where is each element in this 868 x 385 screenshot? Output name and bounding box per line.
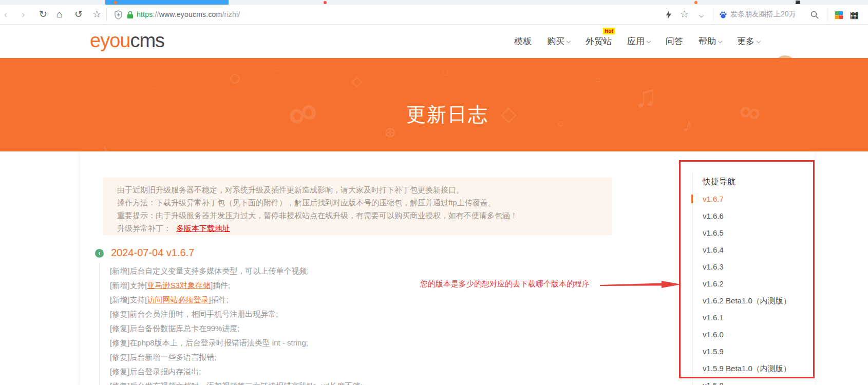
version-link-v161[interactable]: v1.6.1 <box>703 309 791 326</box>
annotation-text: 您的版本是多少的想对应的去下载哪个版本的程序 <box>420 279 590 289</box>
decor-planet-icon: ○ <box>229 66 241 90</box>
changelog-item: [修复]在php8版本上，后台登录时报错语法类型 int - string; <box>110 336 363 350</box>
changelog-item: [新增]支持[亚马逊S3对象存储]插件; <box>110 278 363 293</box>
version-link-v159[interactable]: v1.5.9 <box>703 343 791 360</box>
nav-item-foreign-trade[interactable]: 外贸站Hot <box>586 35 612 47</box>
changelog-item: [修复]前台会员注册时，相同手机号注册出现异常; <box>110 307 363 321</box>
changelog-item: [修复]后台备份数据库总卡在99%进度; <box>110 321 363 336</box>
site-header: eyoucms 模板 购买 外贸站Hot 应用 问答 帮助 更多 <box>0 25 868 58</box>
hot-badge: Hot <box>603 28 615 34</box>
divider <box>827 8 827 21</box>
notice-line: 重要提示：由于升级服务器并发压力过大，暂停非授权站点在线升级，有需要可以购买商业… <box>117 209 612 222</box>
chevron-down-icon[interactable] <box>699 13 704 18</box>
version-link-v165[interactable]: v1.6.5 <box>703 224 791 241</box>
divider <box>713 8 713 21</box>
sidebar-divider <box>692 172 693 385</box>
version-link-v167[interactable]: v1.6.7 <box>703 190 791 207</box>
patch-label: 升级异常补丁： <box>117 224 171 233</box>
annotation-arrow-icon <box>600 280 681 289</box>
notice-box: 由于近期旧升级服务器不稳定，对系统升级及插件更新造成影响，请大家及时打下补丁包更… <box>103 178 612 235</box>
version-link-v160[interactable]: v1.6.0 <box>703 326 791 343</box>
back-icon[interactable]: ‹ <box>4 9 7 20</box>
url-separator: :// <box>153 10 159 18</box>
quick-nav-title: 快捷导航 <box>703 177 735 187</box>
changelog-heading: 2024-07-04 v1.6.7 <box>111 247 194 259</box>
version-link-v162[interactable]: v1.6.2 <box>703 275 791 292</box>
nav-item-qa[interactable]: 问答 <box>666 35 683 47</box>
timeline-node-icon: ‹ <box>95 249 104 258</box>
changelog-item: [新增]支持[访问网站必须登录]插件; <box>110 293 363 307</box>
tab-favicon-dot[interactable] <box>114 1 117 4</box>
bookmark-star-icon[interactable]: ☆ <box>92 8 101 20</box>
version-link-v163[interactable]: v1.6.3 <box>703 258 791 275</box>
patch-download-link[interactable]: 多版本下载地址 <box>176 224 230 233</box>
nav-item-apps[interactable]: 应用 <box>627 35 650 47</box>
home-icon[interactable]: ⌂ <box>56 9 62 20</box>
chevron-down-icon <box>757 39 761 43</box>
search-input[interactable]: 发条朋友圈搭上20万 <box>730 10 796 19</box>
changelog-item: [修复]后台发布视频文档时，添加视频第三方链接报错字段file_url长度不够; <box>110 379 363 385</box>
notice-line: 由于近期旧升级服务器不稳定，对系统升级及插件更新造成影响，请大家及时打下补丁包更… <box>117 183 612 196</box>
shield-permissions-icon[interactable] <box>114 10 123 20</box>
page-title: 更新日志 <box>406 104 488 125</box>
version-link-v162beta[interactable]: v1.6.2 Beta1.0（内测版） <box>703 292 791 309</box>
changelog-item: [修复]后台新增一些多语言报错; <box>110 350 363 364</box>
search-icon[interactable] <box>810 11 819 19</box>
logo-text-eyou: eyou <box>90 29 130 51</box>
browser-toolbar: ‹ › ↻ ⌂ ↺ ☆ https://www.eyoucms.com/rizh… <box>0 5 868 25</box>
qr-code-icon[interactable]: ▦ <box>850 9 859 21</box>
quick-nav-list: v1.6.7 v1.6.6 v1.6.5 v1.6.4 v1.6.3 v1.6.… <box>703 190 791 385</box>
apps-grid-icon[interactable] <box>835 11 843 19</box>
nav-item-more[interactable]: 更多 <box>737 35 760 47</box>
url-host: www.eyoucms.com <box>159 10 222 18</box>
plugin-link[interactable]: 亚马逊S3对象存储 <box>147 281 211 290</box>
version-link-v158[interactable]: v1.5.8 <box>703 377 791 385</box>
decor-dot: □ <box>443 68 448 78</box>
undo-icon[interactable]: ↺ <box>74 8 83 20</box>
eyoucms-logo[interactable]: eyoucms <box>90 29 164 51</box>
timeline-line <box>99 262 100 385</box>
tab-menu-icon[interactable] <box>796 1 800 4</box>
decor-dot: □ <box>153 84 157 90</box>
baidu-paw-icon <box>719 11 727 19</box>
url-path: /rizhi/ <box>222 10 240 18</box>
refresh-icon[interactable]: ↻ <box>39 8 47 20</box>
active-tab[interactable] <box>105 0 229 5</box>
page-banner: ♪ ○ ∞ ◇ ◇ ♫ ♪ ∞ □ □ □ ○ □ ⊕ 更新日志 <box>0 58 868 151</box>
chevron-down-icon <box>718 39 722 43</box>
nav-item-templates[interactable]: 模板 <box>514 35 532 47</box>
browser-tab-strip <box>0 0 868 5</box>
decor-music-note-icon: ♪ <box>94 133 118 151</box>
decor-dot: □ <box>596 76 599 83</box>
changelog-item: [新增]后台自定义变量支持多媒体类型，可以上传单个视频; <box>110 264 363 278</box>
changelog-list: [新增]后台自定义变量支持多媒体类型，可以上传单个视频; [新增]支持[亚马逊S… <box>110 264 363 385</box>
tab-favicon-dot[interactable] <box>324 1 327 4</box>
divider <box>106 8 107 21</box>
changelog-item: [修复]后台登录报内存溢出; <box>110 364 363 379</box>
version-link-v159beta[interactable]: v1.5.9 Beta1.0（内测版） <box>703 360 791 377</box>
version-link-v166[interactable]: v1.6.6 <box>703 207 791 224</box>
version-link-v164[interactable]: v1.6.4 <box>703 241 791 258</box>
favorite-star-icon[interactable]: ☆ <box>680 8 689 20</box>
tab-favicon-dot[interactable] <box>694 1 697 4</box>
https-lock-icon[interactable] <box>127 11 134 19</box>
logo-text-cms: cms <box>130 29 164 51</box>
chevron-down-icon <box>647 39 651 43</box>
main-nav: 模板 购买 外贸站Hot 应用 问答 帮助 更多 <box>514 25 760 58</box>
notice-line: 操作方法：下载升级异常补丁包（见下面的附件），解压后找到对应版本号的压缩包，解压… <box>117 196 612 209</box>
lightning-icon[interactable] <box>666 10 672 19</box>
nav-item-buy[interactable]: 购买 <box>547 35 570 47</box>
chevron-down-icon <box>567 39 571 43</box>
decor-diamond-icon: ◇ <box>352 73 362 89</box>
decor-dot: □ <box>275 65 278 72</box>
nav-item-help[interactable]: 帮助 <box>699 35 722 47</box>
address-bar[interactable]: https://www.eyoucms.com/rizhi/ <box>137 10 240 18</box>
plugin-link[interactable]: 访问网站必须登录 <box>147 295 209 304</box>
url-scheme: https <box>137 10 153 18</box>
forward-icon[interactable]: › <box>22 9 25 20</box>
